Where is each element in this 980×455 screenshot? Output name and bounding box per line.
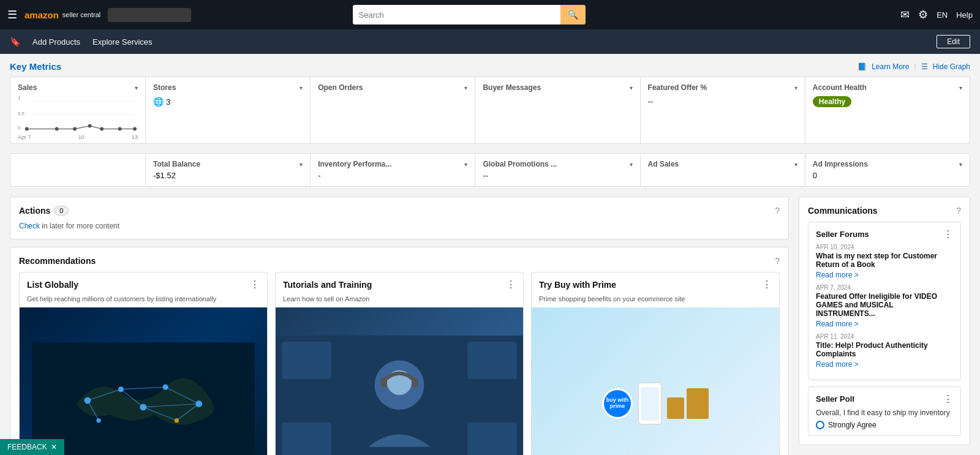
inventory-performance-dropdown[interactable]: ▾ [464, 161, 467, 168]
buyer-messages-dropdown[interactable]: ▾ [630, 85, 633, 91]
rec-card-prime-desc: Prime shopping benefits on your ecommerc… [532, 293, 779, 307]
seller-poll-header: Seller Poll ⋮ [816, 393, 953, 405]
recommendations-grid: List Globally ⋮ Get help reaching millio… [19, 272, 780, 455]
sales-label: Sales [18, 83, 37, 92]
poll-option-strongly-agree[interactable]: Strongly Agree [816, 421, 953, 429]
seller-central-text: seller central [62, 11, 100, 18]
chart-label-13: 13 [132, 134, 138, 140]
buyer-messages-card: Buyer Messages ▾ [475, 77, 639, 143]
forum-read-more-2[interactable]: Read more > [816, 360, 859, 369]
actions-empty-text: Check in later for more content [19, 222, 780, 230]
second-nav: 🔖 Add Products Explore Services Edit [0, 29, 980, 54]
menu-icon[interactable]: ☰ [7, 8, 17, 21]
mini-chart: 1 0.5 0 Apr 7 10 [18, 94, 138, 137]
rec-card-tutorials: Tutorials and Training ⋮ Learn how to se… [275, 272, 524, 455]
prime-logo: buy withprime [602, 388, 633, 419]
forum-item-0: APR 10, 2024 What is my next step for Cu… [816, 244, 953, 279]
svg-rect-37 [467, 422, 517, 455]
svg-point-8 [73, 127, 77, 131]
communications-help-icon[interactable]: ? [956, 206, 961, 216]
inventory-performance-label: Inventory Performa... [318, 160, 391, 168]
ad-sales-card: Ad Sales ▾ [641, 154, 805, 186]
search-button[interactable]: 🔍 [560, 5, 586, 24]
account-health-dropdown[interactable]: ▾ [959, 85, 962, 91]
buyer-messages-label: Buyer Messages [483, 83, 541, 92]
main-content: Key Metrics 📘 Learn More | ☰ Hide Graph … [0, 54, 980, 455]
rec-card-tutorials-menu[interactable]: ⋮ [506, 279, 516, 290]
recommendations-help-icon[interactable]: ? [775, 256, 780, 266]
bookmark-icon: 🔖 [10, 37, 20, 47]
stores-dropdown[interactable]: ▾ [300, 85, 303, 91]
svg-text:0: 0 [18, 125, 21, 130]
open-orders-dropdown[interactable]: ▾ [464, 85, 467, 91]
svg-rect-32 [381, 378, 387, 388]
stores-label: Stores [153, 83, 176, 92]
globe-icon: 🌐 [153, 97, 164, 107]
chart-label-10: 10 [78, 134, 85, 140]
nav-right: ✉ ⚙ EN Help [900, 8, 973, 21]
rec-card-prime-header: Try Buy with Prime ⋮ [532, 273, 779, 293]
rec-card-prime-image: buy withprime [532, 307, 779, 455]
svg-rect-35 [467, 342, 517, 379]
language-selector[interactable]: EN [937, 10, 948, 20]
ad-impressions-card: Ad Impressions ▾ 0 [805, 154, 970, 186]
search-input[interactable] [353, 6, 560, 24]
spacer-card [10, 154, 145, 186]
global-promotions-label: Global Promotions ... [483, 160, 557, 168]
radio-strongly-agree[interactable] [816, 421, 824, 429]
rec-card-prime-menu[interactable]: ⋮ [762, 279, 772, 290]
edit-button[interactable]: Edit [937, 35, 970, 48]
nav-input[interactable] [113, 11, 186, 20]
ad-sales-dropdown[interactable]: ▾ [794, 161, 797, 168]
svg-rect-33 [412, 378, 418, 388]
seller-forums-menu[interactable]: ⋮ [943, 228, 953, 240]
rec-card-list-globally-image [20, 307, 267, 455]
feedback-bar[interactable]: FEEDBACK ✕ [0, 439, 64, 455]
total-balance-value: -$1.52 [153, 171, 176, 180]
ad-sales-label: Ad Sales [648, 160, 679, 168]
forum-read-more-1[interactable]: Read more > [816, 320, 859, 328]
sales-card: Sales ▾ 1 0.5 0 [10, 77, 145, 143]
rec-card-list-globally-title: List Globally [27, 280, 78, 290]
recommendations-panel-header: Recommendations ? [19, 256, 780, 266]
total-balance-dropdown[interactable]: ▾ [300, 161, 303, 168]
key-metrics-title: Key Metrics [10, 61, 61, 72]
help-link[interactable]: Help [956, 10, 973, 20]
settings-icon[interactable]: ⚙ [918, 8, 928, 21]
global-promotions-value: -- [483, 171, 488, 180]
learn-more-icon: 📘 [858, 62, 867, 71]
account-health-card: Account Health ▾ Healthy [805, 77, 970, 143]
mail-icon[interactable]: ✉ [900, 8, 910, 21]
svg-point-9 [88, 124, 92, 128]
hide-graph-icon: ☰ [921, 62, 928, 71]
communications-title: Communications [808, 206, 878, 216]
seller-poll-menu[interactable]: ⋮ [943, 393, 953, 405]
learn-more-link[interactable]: Learn More [872, 62, 909, 71]
actions-help-icon[interactable]: ? [775, 206, 780, 216]
right-column: Communications ? Seller Forums ⋮ APR 10,… [799, 197, 970, 455]
actions-title: Actions [19, 206, 50, 216]
rec-card-list-globally-menu[interactable]: ⋮ [250, 279, 260, 290]
feedback-close-icon[interactable]: ✕ [51, 443, 57, 451]
seller-poll-card: Seller Poll ⋮ Overall, I find it easy to… [808, 386, 961, 436]
svg-point-12 [133, 127, 137, 131]
featured-offer-dropdown[interactable]: ▾ [794, 85, 797, 91]
forum-read-more-0[interactable]: Read more > [816, 271, 859, 279]
nav-input-container [108, 8, 191, 22]
open-orders-label: Open Orders [318, 83, 363, 92]
poll-question: Overall, I find it easy to ship my inven… [816, 408, 953, 417]
hide-graph-link[interactable]: Hide Graph [933, 62, 970, 71]
forum-item-2: APR 11, 2024 Title: Help! Product Authen… [816, 333, 953, 369]
ad-impressions-dropdown[interactable]: ▾ [959, 161, 962, 168]
forum-item-title-2: Title: Help! Product Authenticity Compla… [816, 341, 953, 358]
svg-rect-36 [282, 422, 331, 455]
svg-point-11 [118, 127, 122, 131]
global-promotions-dropdown[interactable]: ▾ [630, 161, 633, 168]
add-products-link[interactable]: Add Products [32, 37, 80, 47]
explore-services-link[interactable]: Explore Services [92, 37, 153, 47]
sales-dropdown[interactable]: ▾ [135, 85, 138, 91]
recommendations-title: Recommendations [19, 256, 96, 266]
check-link[interactable]: Check [19, 222, 40, 230]
communications-panel: Communications ? Seller Forums ⋮ APR 10,… [799, 197, 970, 445]
total-balance-card: Total Balance ▾ -$1.52 [146, 154, 310, 186]
